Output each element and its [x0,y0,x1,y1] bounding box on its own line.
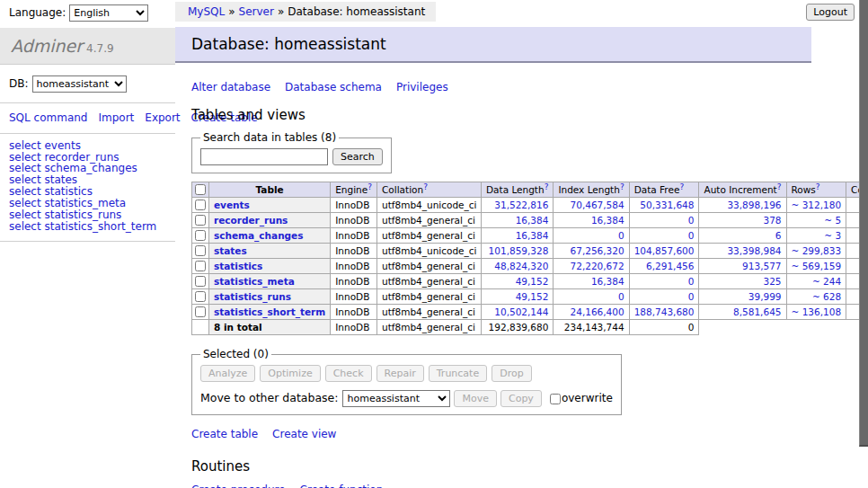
sidebar-item-select-events[interactable]: select events [9,140,175,152]
table-name-link[interactable]: statistics [214,261,262,271]
index-length-link[interactable]: 24,166,400 [571,306,624,317]
overwrite-checkbox[interactable] [550,394,561,404]
vertical-scrollbar[interactable] [859,0,868,447]
auto-increment-link[interactable]: 325 [763,276,781,287]
row-checkbox[interactable] [195,245,206,256]
create-function-link[interactable]: Create function [300,484,384,488]
database-schema-link[interactable]: Database schema [285,81,382,93]
index-length-link[interactable]: 16,384 [591,276,624,287]
help-icon[interactable]: ? [423,182,428,191]
move-db-select[interactable]: homeassistant [342,390,450,407]
data-length-link[interactable]: 49,152 [516,291,549,302]
column-header-data-length: Data Length? [482,182,554,198]
data-free-link[interactable]: 0 [688,230,695,241]
data-free-link[interactable]: 50,331,648 [640,200,694,210]
logout-button[interactable]: Logout [806,4,855,21]
rows-count-link[interactable]: ~ 244 [812,276,841,287]
table-name-link[interactable]: statistics_meta [214,276,295,287]
rows-count-link[interactable]: ~ 136,108 [792,306,842,317]
optimize-button[interactable]: Optimize [260,365,320,382]
check-button[interactable]: Check [325,365,372,382]
breadcrumb-server-link[interactable]: Server [239,5,274,18]
row-checkbox[interactable] [195,261,206,271]
rows-count-link[interactable]: ~ 312,180 [792,200,842,210]
data-length-link[interactable]: 31,522,816 [494,200,548,210]
sql-command-link[interactable]: SQL command [9,111,87,124]
import-link[interactable]: Import [98,111,134,124]
help-icon[interactable]: ? [620,182,624,191]
auto-increment-link[interactable]: 33,898,196 [727,200,781,210]
data-free-link[interactable]: 0 [688,276,695,287]
index-length-link[interactable]: 67,256,320 [571,245,624,256]
auto-increment-link[interactable]: 33,398,984 [727,245,781,256]
adminer-logo-link[interactable]: Adminer [11,36,83,56]
help-icon[interactable]: ? [816,182,820,191]
index-length-link[interactable]: 16,384 [591,215,624,226]
breadcrumb-mysql-link[interactable]: MySQL [188,5,225,18]
row-checkbox[interactable] [195,200,206,210]
data-free-link[interactable]: 0 [688,291,695,302]
repair-button[interactable]: Repair [376,365,424,382]
row-checkbox[interactable] [195,230,206,241]
privileges-link[interactable]: Privileges [396,81,448,93]
table-name-link[interactable]: recorder_runs [214,215,288,226]
index-length-link[interactable]: 70,467,584 [571,200,624,210]
move-button[interactable]: Move [454,390,497,407]
column-header-index-length: Index Length? [554,182,629,198]
help-icon[interactable]: ? [545,182,549,191]
data-free-link[interactable]: 104,857,600 [634,245,695,256]
db-select[interactable]: homeassistant [32,75,127,93]
auto-increment-link[interactable]: 8,581,645 [733,306,781,317]
data-length-link[interactable]: 16,384 [516,215,549,226]
data-length-link[interactable]: 49,152 [516,276,549,287]
row-checkbox[interactable] [195,215,206,226]
table-name-link[interactable]: statistics_runs [214,291,291,302]
rows-count-link[interactable]: ~ 299,833 [792,245,842,256]
data-free-link[interactable]: 6,291,456 [646,261,694,271]
sidebar-item-select-statistics-short-term[interactable]: select statistics_short_term [9,221,175,233]
rows-count-link[interactable]: ~ 569,159 [792,261,842,271]
create-view-link[interactable]: Create view [272,428,336,440]
table-row: statistics_short_term InnoDB utf8mb4_gen… [192,305,868,320]
drop-button[interactable]: Drop [492,365,531,382]
collation-cell: utf8mb4_general_ci [377,213,482,228]
rows-count-link[interactable]: ~ 628 [812,291,841,302]
help-icon[interactable]: ? [368,182,372,191]
rows-count-link[interactable]: ~ 5 [824,215,841,226]
auto-increment-link[interactable]: 39,999 [748,291,782,302]
row-checkbox[interactable] [195,276,206,287]
table-name-link[interactable]: events [214,200,250,210]
auto-increment-link[interactable]: 6 [775,230,782,241]
data-length-link[interactable]: 16,384 [516,230,549,241]
help-icon[interactable]: ? [679,182,684,191]
search-button[interactable]: Search [332,148,383,165]
table-name-link[interactable]: states [214,245,247,256]
data-length-link[interactable]: 101,859,328 [489,245,549,256]
language-select[interactable]: English [69,4,148,22]
table-name-link[interactable]: schema_changes [214,230,304,241]
sidebar-item-select-statistics-runs[interactable]: select statistics_runs [9,209,175,221]
create-table-link[interactable]: Create table [191,428,258,440]
table-name-link[interactable]: statistics_short_term [214,306,325,317]
help-icon[interactable]: ? [777,182,782,191]
auto-increment-link[interactable]: 913,577 [742,261,781,271]
row-checkbox[interactable] [195,291,206,302]
truncate-button[interactable]: Truncate [429,365,487,382]
analyze-button[interactable]: Analyze [200,365,255,382]
collation-cell: utf8mb4_general_ci [377,289,482,305]
data-length-link[interactable]: 10,502,144 [494,306,548,317]
search-input[interactable] [200,148,328,165]
data-free-link[interactable]: 0 [688,215,695,226]
data-length-link[interactable]: 48,824,320 [494,261,548,271]
index-length-link[interactable]: 72,220,672 [571,261,624,271]
data-free-link[interactable]: 188,743,680 [634,306,695,317]
index-length-link[interactable]: 0 [618,291,624,302]
index-length-link[interactable]: 0 [618,230,624,241]
rows-count-link[interactable]: ~ 3 [824,230,841,241]
create-procedure-link[interactable]: Create procedure [191,484,286,488]
auto-increment-link[interactable]: 378 [763,215,781,226]
row-checkbox[interactable] [195,306,206,317]
copy-button[interactable]: Copy [500,390,542,407]
select-all-checkbox[interactable] [195,184,206,195]
alter-database-link[interactable]: Alter database [191,81,270,93]
